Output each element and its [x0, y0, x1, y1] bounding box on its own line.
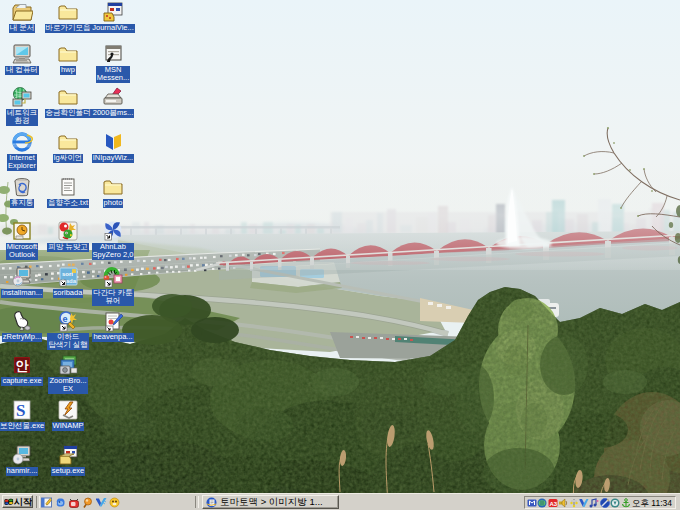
svg-text:안: 안: [16, 358, 30, 373]
svg-text:A3: A3: [549, 500, 557, 506]
svg-text:sori: sori: [62, 271, 73, 277]
svg-text:e: e: [63, 314, 68, 324]
svg-text:S: S: [16, 401, 25, 420]
